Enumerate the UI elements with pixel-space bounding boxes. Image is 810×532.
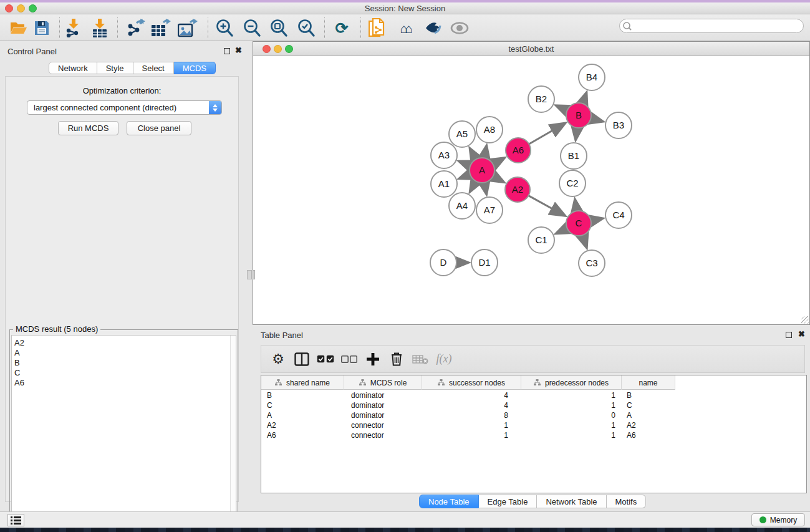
network-window-titlebar[interactable]: testGlobe.txt (253, 42, 809, 56)
zoom-fit-icon[interactable] (268, 18, 289, 38)
tab-select[interactable]: Select (133, 62, 174, 74)
add-column-icon[interactable] (361, 349, 385, 370)
table-row[interactable]: Adominator80A (261, 410, 806, 420)
table-row[interactable]: Bdominator41B (261, 390, 806, 400)
list-item[interactable]: B (12, 358, 236, 368)
export-table-icon[interactable] (150, 18, 171, 38)
graph-node-A4[interactable]: A4 (449, 193, 475, 219)
graph-edge-A-A5[interactable] (470, 149, 476, 160)
tab-motifs[interactable]: Motifs (607, 495, 647, 508)
graph-edge-B-B4[interactable] (583, 94, 587, 104)
save-session-icon[interactable] (31, 18, 52, 38)
graph-edge-B-B2[interactable] (557, 106, 567, 110)
list-item[interactable]: A6 (12, 378, 236, 388)
graph-node-C[interactable]: C (566, 211, 591, 236)
table-row[interactable]: A6connector11A6 (261, 430, 806, 440)
graph-edge-A-A2[interactable] (493, 177, 504, 182)
graph-node-B[interactable]: B (566, 103, 591, 128)
import-table-icon[interactable] (89, 18, 110, 38)
graph-edge-C-C4[interactable] (591, 218, 602, 221)
search-input[interactable] (635, 22, 803, 31)
search-box[interactable] (619, 19, 804, 33)
graph-edge-A-A6[interactable] (493, 158, 504, 165)
graph-node-A8[interactable]: A8 (476, 117, 503, 143)
mcds-result-list[interactable]: A2ABCA6 (11, 335, 236, 532)
open-session-icon[interactable] (8, 18, 29, 38)
graph-node-D1[interactable]: D1 (471, 249, 498, 276)
graph-edge-C-C1[interactable] (557, 228, 567, 233)
column-header[interactable]: MCDS role (344, 375, 422, 390)
run-mcds-button[interactable]: Run MCDS (58, 121, 118, 135)
column-header[interactable]: name (622, 375, 675, 390)
graph-edge-C-C2[interactable] (575, 200, 577, 211)
graph-node-A3[interactable]: A3 (431, 142, 457, 168)
delete-table-icon[interactable] (408, 349, 432, 370)
show-all-icon[interactable] (449, 18, 470, 38)
close-panel-button[interactable]: Close panel (127, 121, 191, 135)
graph-node-B1[interactable]: B1 (561, 143, 587, 169)
graph-edge-A-A4[interactable] (470, 181, 476, 191)
graph-edge-A2-C[interactable] (529, 196, 565, 216)
table-row[interactable]: A2connector11A2 (261, 420, 806, 430)
graph-edge-A6-B[interactable] (529, 123, 564, 144)
import-network-icon[interactable] (63, 18, 84, 38)
graph-node-A6[interactable]: A6 (506, 138, 531, 163)
select-all-checkboxes-icon[interactable] (314, 349, 337, 370)
export-image-icon[interactable] (177, 18, 198, 38)
zoom-selected-icon[interactable] (296, 18, 317, 38)
graph-node-A2[interactable]: A2 (505, 177, 530, 202)
zoom-in-icon[interactable] (214, 18, 235, 38)
graph-node-A1[interactable]: A1 (431, 171, 457, 197)
graph-node-C2[interactable]: C2 (559, 170, 586, 196)
list-item[interactable]: C (12, 368, 236, 378)
tab-edge-table[interactable]: Edge Table (479, 495, 538, 508)
refresh-layout-icon[interactable]: ⟳ (331, 18, 352, 38)
optimization-criterion-select[interactable]: largest connected component (directed) (27, 100, 222, 115)
float-panel-icon[interactable] (224, 48, 230, 54)
graph-node-A7[interactable]: A7 (476, 197, 503, 223)
tab-network-table[interactable]: Network Table (537, 495, 606, 508)
function-builder-icon[interactable]: f(x) (432, 349, 456, 370)
close-table-panel-icon[interactable]: ✖ (798, 331, 805, 337)
network-left-grip[interactable] (253, 270, 255, 279)
graph-edge-A-A3[interactable] (460, 162, 470, 166)
list-scrollbar[interactable] (230, 336, 236, 532)
deselect-all-checkboxes-icon[interactable] (337, 349, 361, 370)
table-row[interactable]: Cdominator41C (261, 400, 806, 410)
first-neighbors-icon[interactable]: ⌂⌂ (394, 18, 415, 38)
tab-style[interactable]: Style (97, 62, 133, 74)
gear-icon[interactable]: ⚙ (266, 349, 290, 370)
graph-edge-B-B1[interactable] (576, 128, 577, 139)
graph-node-B3[interactable]: B3 (605, 112, 632, 138)
delete-column-icon[interactable] (385, 349, 408, 370)
graph-node-C3[interactable]: C3 (579, 250, 605, 276)
graph-edge-A-A7[interactable] (485, 183, 486, 194)
graph-edge-A-A1[interactable] (460, 175, 470, 178)
graph-node-A5[interactable]: A5 (449, 121, 475, 147)
graph-node-C4[interactable]: C4 (605, 202, 632, 228)
split-pane-grip[interactable] (247, 270, 252, 279)
list-item[interactable]: A2 (12, 338, 236, 348)
column-header[interactable]: predecessor nodes (521, 375, 622, 390)
export-network-icon[interactable] (125, 18, 147, 38)
list-item[interactable]: A (12, 348, 236, 358)
duplicate-network-icon[interactable] (367, 18, 388, 38)
graph-node-B2[interactable]: B2 (528, 86, 554, 112)
graph-edge-B-B3[interactable] (591, 118, 602, 122)
column-header[interactable]: successor nodes (422, 375, 521, 390)
tab-node-table[interactable]: Node Table (419, 495, 479, 508)
task-history-button[interactable] (7, 514, 24, 526)
graph-edge-A-A8[interactable] (485, 147, 486, 158)
graph-node-C1[interactable]: C1 (528, 227, 554, 253)
graph-node-A[interactable]: A (470, 158, 494, 183)
zoom-out-icon[interactable] (241, 18, 263, 38)
graph-edge-C-C3[interactable] (582, 235, 586, 247)
graph-node-D[interactable]: D (430, 249, 456, 276)
float-table-panel-icon[interactable] (786, 332, 792, 338)
network-canvas[interactable]: AA1A2A3A4A5A6A7A8BB1B2B3B4CC1C2C3C4DD1 (253, 56, 809, 324)
split-columns-icon[interactable] (290, 349, 314, 370)
graph-node-B4[interactable]: B4 (579, 64, 605, 90)
network-graph[interactable]: AA1A2A3A4A5A6A7A8BB1B2B3B4CC1C2C3C4DD1 (253, 56, 809, 324)
column-header[interactable]: shared name (261, 375, 344, 390)
app-titlebar[interactable]: Session: New Session (0, 2, 810, 14)
